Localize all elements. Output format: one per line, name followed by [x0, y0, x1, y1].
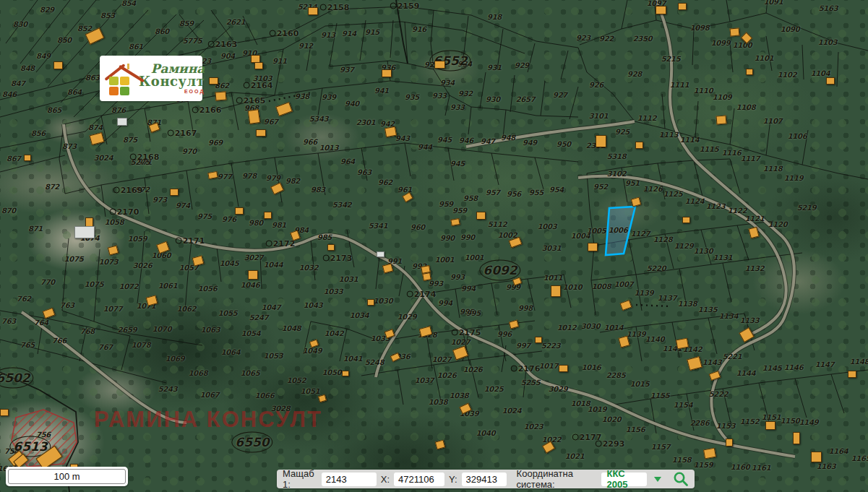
building-footprint	[656, 6, 666, 14]
building-footprint	[342, 371, 349, 376]
y-label: Y:	[449, 474, 457, 485]
logo-name-line3: ЕООД	[139, 89, 205, 94]
crs-select[interactable]: ККС 2005	[601, 472, 647, 486]
building-footprint	[793, 432, 800, 444]
building-footprint	[635, 142, 643, 149]
building-footprint	[746, 69, 753, 75]
building-footprint	[551, 285, 561, 297]
logo: Рамина Консулт ЕООД	[100, 56, 202, 101]
building-footprint	[327, 244, 335, 251]
building-footprint	[74, 226, 95, 238]
y-coordinate-input[interactable]	[462, 472, 507, 486]
building-footprint	[382, 69, 392, 77]
building-footprint	[848, 371, 856, 378]
scale-bar-label: 100 m	[53, 471, 80, 482]
building-footprint	[730, 27, 740, 36]
search-icon	[673, 471, 689, 487]
building-footprint	[765, 421, 775, 430]
building-footprint	[535, 337, 542, 343]
logo-house-icon	[104, 61, 136, 97]
building-footprint	[264, 212, 272, 219]
building-footprint	[254, 62, 263, 69]
building-footprint	[678, 3, 687, 10]
building-footprint	[367, 299, 374, 306]
x-label: X:	[381, 474, 390, 485]
building-footprint	[117, 118, 127, 126]
scale-label: Мащаб 1:	[283, 468, 317, 490]
building-footprint	[596, 135, 606, 147]
x-coordinate-input[interactable]	[394, 472, 444, 486]
crs-value: ККС 2005	[607, 468, 641, 490]
parcel-boundaries	[0, 0, 578, 172]
building-footprint	[676, 338, 689, 350]
building-footprint	[377, 251, 384, 257]
building-footprint	[248, 270, 258, 280]
building-footprint	[209, 77, 218, 85]
building-footprint	[682, 217, 690, 223]
building-footprint	[703, 448, 716, 459]
building-footprint	[24, 155, 31, 161]
building-footprint	[384, 126, 397, 137]
map-viewport[interactable]: 8548538528508498488478468298308618608592…	[0, 0, 868, 492]
parcel-boundaries	[405, 0, 868, 179]
building-footprint	[235, 207, 244, 215]
building-footprint	[256, 129, 266, 137]
building-footprint	[248, 109, 260, 124]
building-footprint	[476, 212, 486, 220]
crs-label: Координатна система:	[517, 468, 597, 490]
status-bar: Мащаб 1: X: Y: Координатна система: ККС …	[277, 470, 695, 488]
selected-parcel-1006[interactable]	[606, 207, 635, 255]
building-footprint	[170, 189, 179, 196]
building-footprint	[588, 243, 598, 251]
building-footprint	[716, 115, 727, 124]
building-footprint	[422, 272, 431, 281]
building-footprint	[434, 61, 445, 69]
building-footprint	[215, 91, 227, 100]
building-footprint	[726, 439, 733, 446]
search-button[interactable]	[673, 471, 689, 487]
chevron-down-icon[interactable]	[654, 477, 661, 482]
building-footprint	[826, 77, 835, 85]
scale-bar: 100 m	[6, 467, 128, 486]
scale-input[interactable]	[322, 472, 377, 486]
building-footprint	[559, 365, 568, 372]
logo-name-line2: Консулт	[139, 75, 205, 88]
building-footprint	[0, 409, 9, 416]
building-footprint	[811, 452, 822, 462]
building-footprint	[308, 7, 318, 15]
building-footprint	[53, 61, 63, 69]
